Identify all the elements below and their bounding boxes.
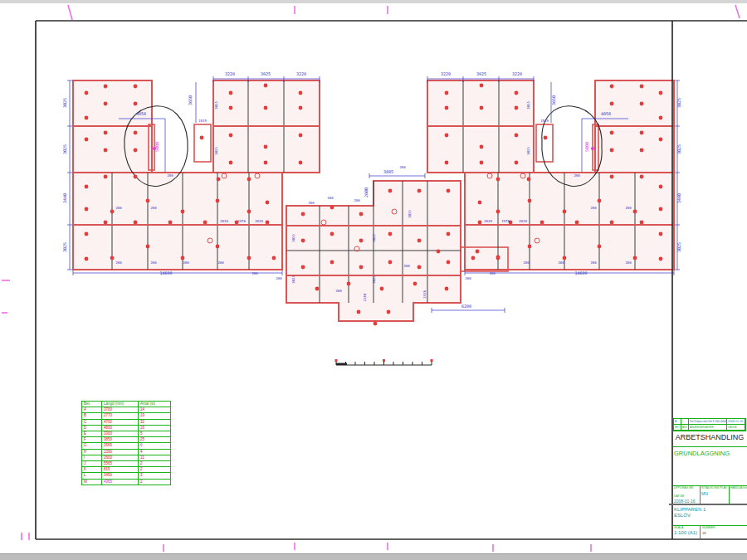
table-cell: 4700 — [102, 419, 139, 425]
pile-marker — [110, 210, 115, 214]
dimension-label: 3220 — [296, 71, 306, 76]
pile-marker — [563, 256, 567, 261]
table-cell: 4800 — [102, 425, 139, 431]
pile-marker — [330, 206, 334, 210]
revision-date: 2008-01-16 — [727, 419, 745, 425]
dimension-label: 200 — [625, 206, 632, 210]
pile-marker — [447, 261, 451, 265]
dimension-label: 200 — [183, 261, 189, 265]
table-row: C470032 — [82, 419, 171, 425]
table-cell: C — [82, 419, 102, 425]
pile-marker — [387, 310, 391, 314]
pile-marker — [659, 207, 663, 212]
pile-marker — [299, 106, 303, 110]
pile-marker — [478, 201, 482, 205]
status-text: ARBETSHANDLING — [672, 433, 747, 441]
pile-marker — [266, 201, 270, 205]
pile-marker — [200, 136, 204, 140]
pile-marker — [417, 239, 422, 243]
pile-marker — [610, 175, 614, 179]
ritad-label: RITAD/KONSTR AV — [701, 486, 727, 489]
dimension-label: 4050 — [601, 111, 611, 116]
dimension-label: 200 — [115, 206, 122, 210]
dimension-label: 3025 — [476, 71, 486, 76]
plan-line — [735, 5, 740, 18]
pile-marker — [640, 175, 644, 179]
pile-marker — [104, 85, 108, 89]
dimension-label: 3025 — [291, 234, 295, 242]
table-cell: G — [82, 443, 102, 449]
pile-marker — [217, 178, 221, 182]
table-row: B277019 — [82, 413, 171, 419]
pile-marker — [610, 85, 614, 89]
pile-marker — [640, 149, 644, 153]
dimension-label: 4050 — [136, 111, 146, 116]
pile-marker — [229, 91, 233, 95]
pile-marker — [330, 261, 334, 265]
beam-rect — [595, 126, 674, 173]
revision-col-bet: BET — [674, 425, 681, 431]
pile-marker — [478, 221, 482, 225]
pile-marker — [104, 131, 108, 135]
pile-marker — [540, 221, 544, 225]
plan-line — [68, 5, 72, 20]
table-cell: 3450 — [102, 473, 139, 479]
pile-marker — [347, 282, 351, 286]
pile-marker — [388, 232, 393, 236]
pile-marker — [181, 210, 185, 214]
project-city: ESLÖV — [674, 513, 691, 518]
pile-marker — [85, 257, 89, 261]
pile-marker — [388, 261, 393, 265]
pile-marker — [445, 134, 449, 138]
dimension-label: 3025 — [62, 144, 67, 154]
dimension-label: 1976 — [501, 219, 510, 223]
datum-label: DATUM — [674, 494, 684, 498]
pile-marker — [216, 245, 220, 249]
rebar-table-header-row: Bet.Längd (mm)Antal (st) — [82, 402, 171, 407]
table-cell: 815 — [102, 467, 139, 473]
beam-rect — [536, 124, 553, 162]
pile-marker — [445, 287, 449, 291]
pile-marker — [633, 210, 637, 214]
divider — [673, 446, 747, 447]
dimension-label: 200 — [251, 271, 258, 275]
pile-marker — [104, 102, 108, 106]
dimension-label: 200 — [465, 276, 471, 280]
pile-marker — [104, 221, 108, 225]
revision-note: Det K bytes mot Det K 200+400mm — [689, 419, 727, 425]
pile-marker — [85, 116, 89, 120]
dimension-label: 5000 — [584, 142, 589, 152]
table-cell: 3850 — [102, 437, 139, 443]
pile-marker — [110, 256, 115, 261]
dimension-label: 3025 — [261, 71, 271, 76]
pile-marker — [247, 256, 251, 261]
pile-marker — [445, 91, 449, 95]
pile-marker — [417, 189, 422, 193]
skala-label: SKALA — [674, 526, 683, 529]
pile-marker — [85, 207, 89, 212]
table-cell: K — [82, 467, 102, 473]
pile-marker — [659, 232, 663, 236]
table-row: M43652 — [82, 479, 171, 485]
table-cell: 6 — [139, 443, 171, 449]
pile-marker — [203, 221, 208, 225]
pile-marker — [544, 136, 548, 140]
pile-marker — [659, 257, 663, 261]
datum-value: 2008-01-16 — [674, 499, 696, 504]
dimension-label: 200 — [354, 198, 360, 202]
pile-marker — [134, 85, 138, 89]
pile-marker — [515, 91, 519, 95]
pile-marker — [247, 178, 251, 182]
dimension-label: 200 — [327, 196, 334, 200]
dimension-label: 3025 — [526, 101, 530, 110]
pile-marker — [640, 102, 644, 106]
cad-viewer-page: { "title_block": { "revision": { "bet": … — [0, 0, 747, 560]
project-name: KLIPPAREN 1 — [674, 507, 706, 512]
dimension-label: 3885 — [383, 169, 393, 174]
dimension-label: 1976 — [237, 219, 246, 223]
pile-marker — [146, 245, 150, 249]
table-cell: H — [82, 449, 102, 455]
pile-marker — [134, 175, 138, 179]
dimension-label: 200 — [150, 261, 157, 265]
dimension-label: 3025 — [372, 275, 376, 284]
